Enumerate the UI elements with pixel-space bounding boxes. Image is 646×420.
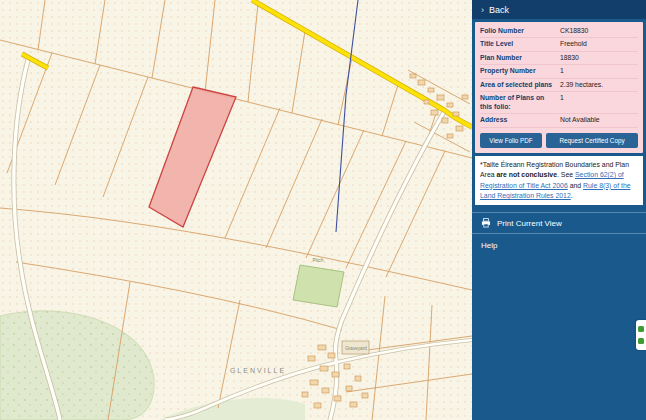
folio-row-property-number: Property Number 1 [480, 65, 638, 78]
folio-row-plan-count: Number of Plans on this folio: 1 [480, 92, 638, 114]
map-canvas[interactable]: GLENVILLE Graveyard Pitch [0, 0, 472, 420]
view-folio-pdf-button[interactable]: View Folio PDF [480, 133, 542, 148]
disclaimer-text: . See [557, 171, 575, 178]
green-control-icon-bottom[interactable] [638, 338, 644, 344]
folio-row-value: 2.39 hectares. [560, 81, 638, 89]
folio-row-title-level: Title Level Freehold [480, 38, 638, 51]
disclaimer-note: *Tailte Éireann Registration Boundaries … [475, 156, 643, 205]
info-sidebar: › Back Folio Number CK18830 Title Level … [472, 0, 646, 420]
folio-row-folio-number: Folio Number CK18830 [480, 25, 638, 38]
printer-icon [481, 218, 491, 228]
folio-info-panel: Folio Number CK18830 Title Level Freehol… [475, 22, 643, 153]
help-link[interactable]: Help [472, 234, 646, 257]
folio-row-label: Folio Number [480, 27, 560, 35]
folio-row-address: Address Not Available [480, 114, 638, 127]
folio-row-value: CK18830 [560, 27, 638, 35]
folio-row-plan-number: Plan Number 18830 [480, 52, 638, 65]
folio-row-value: 18830 [560, 54, 638, 62]
print-current-view-label: Print Current View [497, 219, 562, 228]
back-button[interactable]: › Back [472, 0, 646, 19]
folio-row-value: Not Available [560, 116, 638, 124]
folio-row-label: Address [480, 116, 560, 124]
disclaimer-text: and [568, 182, 583, 189]
folio-row-area: Area of selected plans 2.39 hectares. [480, 79, 638, 92]
map-label-pitch: Pitch [312, 257, 323, 263]
map-pitch-area [293, 265, 344, 307]
map-label-town: GLENVILLE [230, 367, 286, 374]
map-label-graveyard: Graveyard [345, 346, 367, 351]
folio-actions: View Folio PDF Request Certified Copy [480, 128, 638, 149]
folio-row-label: Area of selected plans [480, 81, 560, 89]
folio-row-value: Freehold [560, 40, 638, 48]
back-chevron-icon: › [481, 5, 484, 15]
folio-row-label: Property Number [480, 67, 560, 75]
folio-row-value: 1 [560, 67, 638, 75]
folio-row-label: Number of Plans on this folio: [480, 94, 560, 111]
disclaimer-bold-text: are not conclusive [496, 171, 557, 178]
app-window: GLENVILLE Graveyard Pitch › Back Folio N… [0, 0, 646, 420]
green-control-icon-top[interactable] [638, 326, 644, 332]
back-label: Back [489, 5, 509, 15]
print-current-view-button[interactable]: Print Current View [472, 212, 646, 234]
disclaimer-text: . [571, 192, 573, 199]
folio-row-label: Plan Number [480, 54, 560, 62]
request-certified-copy-button[interactable]: Request Certified Copy [546, 133, 638, 148]
folio-row-label: Title Level [480, 40, 560, 48]
map-svg[interactable]: GLENVILLE Graveyard Pitch [0, 0, 472, 420]
map-side-control[interactable] [636, 320, 646, 350]
folio-row-value: 1 [560, 94, 638, 102]
